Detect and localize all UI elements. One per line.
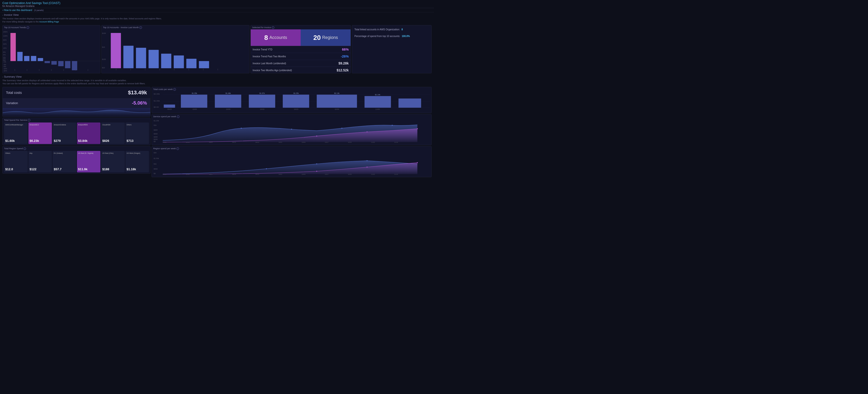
svg-text:09/07: 09/07: [209, 141, 213, 143]
service-spend-info[interactable]: i: [28, 119, 30, 122]
app-subtitle: for Amazon Managed Grafana: [2, 5, 432, 7]
svg-text:$2.00k: $2.00k: [154, 93, 160, 95]
selected-invoice-info[interactable]: i: [272, 26, 274, 29]
service-name-3: AmazonRDS: [78, 124, 99, 126]
stat-label-0: Invoice Trend YTD: [253, 48, 273, 51]
svg-text:11/06: 11/06: [375, 108, 380, 110]
svg-rect-63: [283, 95, 309, 108]
service-week-info[interactable]: i: [177, 115, 180, 118]
svg-rect-38: [123, 46, 133, 68]
service-name-4: CloudHSM: [102, 124, 124, 126]
service-week-chart: $1.20k $1k $800 $600 $400 $200 $0: [153, 119, 430, 143]
summary-view-label: - Summary View: [0, 74, 434, 78]
svg-text:08/22: 08/22: [163, 173, 166, 175]
service-val-1: $6.23k: [30, 139, 51, 142]
stat-row-0: Invoice Trend YTD 66%: [251, 46, 350, 53]
service-tile-1[interactable]: AmazonEC2 $6.23k: [28, 123, 52, 144]
svg-rect-18: [24, 56, 29, 61]
top10-invoice-chart: $10K $1K $100 $10: [101, 29, 249, 73]
svg-text:$1k: $1k: [154, 124, 157, 126]
svg-text:$0: $0: [154, 140, 156, 142]
service-tile-4[interactable]: CloudHSM $826: [101, 123, 125, 144]
service-tile-0[interactable]: AWSCertificateManager $1.60k: [4, 123, 28, 144]
svg-text:$400: $400: [154, 136, 157, 138]
svg-text:$2k: $2k: [154, 152, 157, 154]
svg-point-111: [316, 163, 317, 164]
region-tile-5[interactable]: US West (Oregon) $1.18k: [125, 151, 149, 172]
svg-point-112: [367, 160, 368, 161]
svg-point-90: [392, 125, 393, 126]
region-tile-2[interactable]: EU (Ireland) $57.7: [53, 151, 76, 172]
stat-val-0: 66%: [342, 47, 349, 51]
region-week-info[interactable]: i: [176, 147, 179, 150]
svg-text:$1K: $1K: [102, 46, 105, 48]
svg-point-89: [341, 128, 342, 128]
percentage-val: 100.0%: [402, 35, 410, 37]
invoice-billing-prefix: For more billing details navigate to the: [2, 21, 39, 23]
svg-text:09/15: 09/15: [232, 141, 236, 143]
accounts-count: 8: [264, 34, 268, 41]
region-spend-panel: Total Region Spend i Others $12.0 Any $1…: [2, 146, 151, 174]
svg-rect-20: [38, 58, 43, 61]
service-name-2: AmazonGrafana: [54, 124, 75, 126]
svg-text:10/25: 10/25: [348, 173, 352, 175]
summary-main-row: Total costs $13.49k Variation -5.06%: [0, 86, 434, 178]
invoice-view-label: - Invoice View: [0, 12, 434, 17]
summary-desc-2: You can use the left panels for Regions …: [2, 83, 145, 85]
svg-point-91: [316, 135, 317, 136]
region-name-3: US East (N. Virginia): [78, 152, 99, 154]
region-tile-0[interactable]: Others $12.0: [4, 151, 28, 172]
percentage-label: Percentage of spend from top 10 accounts…: [354, 35, 400, 37]
svg-text:10/09: 10/09: [226, 108, 230, 110]
svg-text:10/01: 10/01: [278, 141, 282, 143]
svg-text:4%: 4%: [3, 54, 6, 56]
region-tile-4[interactable]: US East (Ohio) $188: [101, 151, 125, 172]
howto-row: › How to use this dashboard (3 panels): [0, 8, 434, 12]
svg-text:$1.35k: $1.35k: [192, 92, 197, 95]
region-val-4: $188: [102, 167, 124, 171]
svg-text:-1%: -1%: [3, 61, 6, 63]
service-name-5: Others: [127, 124, 148, 126]
region-spend-info[interactable]: i: [24, 147, 26, 150]
header: Cost Optimization And Savings Tool (COAS…: [0, 0, 434, 8]
region-val-5: $1.18k: [127, 167, 148, 171]
service-tile-5[interactable]: Others $713: [125, 123, 149, 144]
linked-accounts-row: Total linked accounts in AWS Organizatio…: [354, 27, 429, 32]
account-billing-link[interactable]: Account Billing Page: [39, 21, 59, 23]
svg-text:$1.14k: $1.14k: [375, 94, 380, 96]
region-tile-1[interactable]: Any $122: [28, 151, 52, 172]
service-week-panel: Service spend per week i: [152, 114, 432, 145]
service-tile-2[interactable]: AmazonGrafana $279: [53, 123, 76, 144]
costs-week-info[interactable]: i: [173, 88, 176, 91]
svg-text:8%: 8%: [3, 51, 6, 54]
svg-rect-39: [136, 48, 146, 68]
percentage-row: Percentage of spend from top 10 accounts…: [354, 34, 429, 39]
svg-text:32%: 32%: [3, 43, 7, 45]
total-costs-value: $13.49k: [128, 90, 147, 96]
svg-rect-21: [44, 61, 50, 63]
top10-invoice-info[interactable]: i: [139, 26, 142, 29]
invoice-desc-text: The Invoice View section displays invoic…: [2, 18, 162, 20]
svg-point-92: [367, 131, 368, 132]
stat-row-1: Invoice Trend Past Two Months -26%: [251, 53, 350, 60]
top10-trends-info[interactable]: i: [27, 26, 29, 29]
svg-text:10/16: 10/16: [260, 108, 264, 110]
top10-trends-chart: 256% 128% 64% 32% 16% 8% 4% 2% 1% 0% -1%…: [3, 29, 100, 73]
region-tile-3[interactable]: US East (N. Virginia) $11.9k: [77, 151, 101, 172]
svg-text:$1.50k: $1.50k: [154, 157, 159, 160]
title-suffix: ): [60, 1, 60, 5]
invoice-grid: Top 10 Account Trends i 256% 128% 64% 32…: [0, 24, 434, 74]
region-val-3: $11.9k: [78, 167, 99, 171]
service-val-2: $279: [54, 139, 75, 142]
region-val-1: $122: [30, 167, 51, 171]
svg-rect-43: [186, 59, 197, 68]
svg-rect-37: [111, 33, 121, 68]
service-tiles-grid: AWSCertificateManager $1.60k AmazonEC2 $…: [4, 123, 149, 144]
stat-label-2: Invoice Last Month (unblended): [253, 62, 286, 65]
svg-rect-62: [249, 95, 275, 108]
howto-label[interactable]: › How to use this dashboard: [2, 9, 32, 11]
stat-val-2: $9.28k: [338, 61, 349, 65]
svg-rect-25: [72, 61, 77, 70]
service-tile-3[interactable]: AmazonRDS $3.84k: [77, 123, 101, 144]
svg-text:$0.00: $0.00: [154, 106, 159, 108]
